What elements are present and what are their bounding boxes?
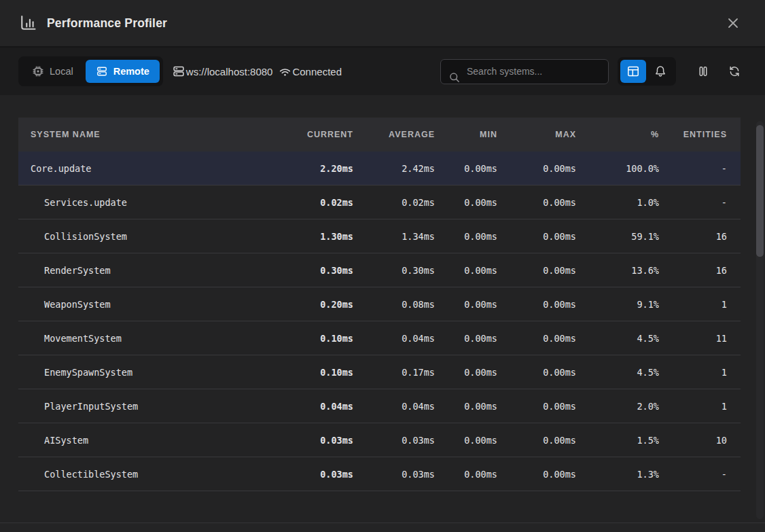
table-row[interactable]: PlayerInputSystem0.04ms0.04ms0.00ms0.00m… bbox=[18, 389, 741, 423]
scrollbar-thumb[interactable] bbox=[756, 125, 764, 257]
cell-entities: - bbox=[659, 163, 727, 174]
refresh-icon bbox=[728, 65, 741, 78]
column-header-system-name[interactable]: SYSTEM NAME bbox=[31, 130, 277, 139]
table-row[interactable]: WeaponSystem0.20ms0.08ms0.00ms0.00ms9.1%… bbox=[18, 287, 741, 321]
cell-current: 2.20ms bbox=[277, 163, 353, 174]
cell-percent: 13.6% bbox=[576, 265, 659, 276]
cell-average: 0.03ms bbox=[353, 435, 435, 446]
cell-system-name: AISystem bbox=[31, 435, 277, 446]
cell-max: 0.00ms bbox=[497, 435, 576, 446]
table-view-button[interactable] bbox=[620, 60, 646, 83]
column-header-entities[interactable]: ENTITIES bbox=[659, 130, 727, 139]
title-bar: Performance Profiler bbox=[0, 0, 765, 48]
cell-system-name: Services.update bbox=[31, 197, 277, 208]
cell-entities: - bbox=[659, 197, 727, 208]
cell-max: 0.00ms bbox=[497, 401, 576, 412]
cell-entities: 16 bbox=[659, 265, 727, 276]
column-header-current[interactable]: CURRENT bbox=[277, 130, 353, 139]
cell-entities: 1 bbox=[659, 299, 727, 310]
column-header-average[interactable]: AVERAGE bbox=[353, 130, 435, 139]
cell-min: 0.00ms bbox=[435, 367, 497, 378]
cell-average: 0.03ms bbox=[353, 469, 435, 480]
cell-system-name: MovementSystem bbox=[31, 333, 277, 344]
connection-status: Connected bbox=[279, 65, 342, 78]
cell-system-name: EnemySpawnSystem bbox=[31, 367, 277, 378]
cell-current: 0.10ms bbox=[277, 367, 353, 378]
cell-percent: 2.0% bbox=[576, 401, 659, 412]
cell-entities: 1 bbox=[659, 367, 727, 378]
table-row[interactable]: RenderSystem0.30ms0.30ms0.00ms0.00ms13.6… bbox=[18, 253, 741, 287]
legend-bar: Good (<8ms)Warning (8-16ms)Critical (>16… bbox=[0, 522, 765, 532]
table-row[interactable]: Core.update2.20ms2.42ms0.00ms0.00ms100.0… bbox=[18, 152, 741, 185]
cell-min: 0.00ms bbox=[435, 265, 497, 276]
cell-average: 2.42ms bbox=[353, 163, 435, 174]
cell-entities: 11 bbox=[659, 333, 727, 344]
cell-percent: 100.0% bbox=[576, 163, 659, 174]
table-row[interactable]: CollisionSystem1.30ms1.34ms0.00ms0.00ms5… bbox=[18, 219, 741, 253]
cell-entities: 1 bbox=[659, 401, 727, 412]
cpu-icon bbox=[32, 65, 44, 77]
cell-max: 0.00ms bbox=[497, 231, 576, 242]
systems-table: SYSTEM NAMECURRENTAVERAGEMINMAX%ENTITIES… bbox=[18, 118, 741, 491]
cell-average: 0.02ms bbox=[353, 197, 435, 208]
remote-mode-label: Remote bbox=[113, 66, 149, 77]
cell-system-name: PlayerInputSystem bbox=[31, 401, 277, 412]
cell-current: 0.04ms bbox=[277, 401, 353, 412]
table-view-icon bbox=[626, 65, 640, 78]
table-header: SYSTEM NAMECURRENTAVERAGEMINMAX%ENTITIES bbox=[18, 118, 741, 152]
cell-max: 0.00ms bbox=[497, 197, 576, 208]
table-row[interactable]: AISystem0.03ms0.03ms0.00ms0.00ms1.5%10 bbox=[18, 423, 741, 457]
mode-toggle-group: Local Remote bbox=[18, 56, 163, 86]
column-header-min[interactable]: MIN bbox=[435, 130, 497, 139]
cell-percent: 4.5% bbox=[576, 367, 659, 378]
alerts-button[interactable] bbox=[647, 60, 673, 83]
cell-percent: 1.3% bbox=[576, 469, 659, 480]
column-header--[interactable]: % bbox=[576, 130, 659, 139]
cell-percent: 9.1% bbox=[576, 299, 659, 310]
local-mode-button[interactable]: Local bbox=[22, 60, 84, 83]
cell-average: 0.30ms bbox=[353, 265, 435, 276]
server-icon bbox=[172, 65, 185, 78]
toolbar: Local Remote ws://localhost:8080 bbox=[0, 48, 765, 95]
cell-min: 0.00ms bbox=[435, 231, 497, 242]
local-mode-label: Local bbox=[50, 66, 73, 77]
cell-current: 0.30ms bbox=[277, 265, 353, 276]
cell-min: 0.00ms bbox=[435, 469, 497, 480]
close-button[interactable] bbox=[722, 12, 745, 35]
cell-min: 0.00ms bbox=[435, 401, 497, 412]
cell-current: 0.02ms bbox=[277, 197, 353, 208]
websocket-url: ws://localhost:8080 bbox=[172, 65, 273, 78]
table-row[interactable]: MovementSystem0.10ms0.04ms0.00ms0.00ms4.… bbox=[18, 321, 741, 355]
pause-button[interactable] bbox=[691, 59, 715, 84]
server-icon bbox=[96, 65, 108, 77]
cell-max: 0.00ms bbox=[497, 265, 576, 276]
close-icon bbox=[726, 16, 740, 30]
table-row[interactable]: EnemySpawnSystem0.10ms0.17ms0.00ms0.00ms… bbox=[18, 355, 741, 389]
cell-min: 0.00ms bbox=[435, 299, 497, 310]
column-header-max[interactable]: MAX bbox=[497, 130, 576, 139]
cell-current: 0.10ms bbox=[277, 333, 353, 344]
cell-max: 0.00ms bbox=[497, 469, 576, 480]
pause-icon bbox=[696, 65, 710, 78]
cell-min: 0.00ms bbox=[435, 197, 497, 208]
websocket-url-text: ws://localhost:8080 bbox=[186, 66, 273, 77]
cell-system-name: Core.update bbox=[31, 163, 277, 174]
cell-entities: - bbox=[659, 469, 727, 480]
cell-min: 0.00ms bbox=[435, 435, 497, 446]
table-row[interactable]: Services.update0.02ms0.02ms0.00ms0.00ms1… bbox=[18, 185, 741, 219]
search-input[interactable] bbox=[441, 60, 608, 84]
cell-percent: 59.1% bbox=[576, 231, 659, 242]
cell-average: 0.04ms bbox=[353, 333, 435, 344]
refresh-button[interactable] bbox=[722, 59, 747, 84]
view-toggle-group bbox=[618, 57, 676, 86]
cell-max: 0.00ms bbox=[497, 333, 576, 344]
cell-average: 0.04ms bbox=[353, 401, 435, 412]
cell-percent: 4.5% bbox=[576, 333, 659, 344]
cell-current: 0.03ms bbox=[277, 469, 353, 480]
search-box bbox=[440, 59, 609, 84]
table-row[interactable]: CollectibleSystem0.03ms0.03ms0.00ms0.00m… bbox=[18, 457, 741, 491]
bell-icon bbox=[654, 65, 667, 78]
cell-average: 0.17ms bbox=[353, 367, 435, 378]
remote-mode-button[interactable]: Remote bbox=[86, 60, 160, 83]
cell-max: 0.00ms bbox=[497, 163, 576, 174]
